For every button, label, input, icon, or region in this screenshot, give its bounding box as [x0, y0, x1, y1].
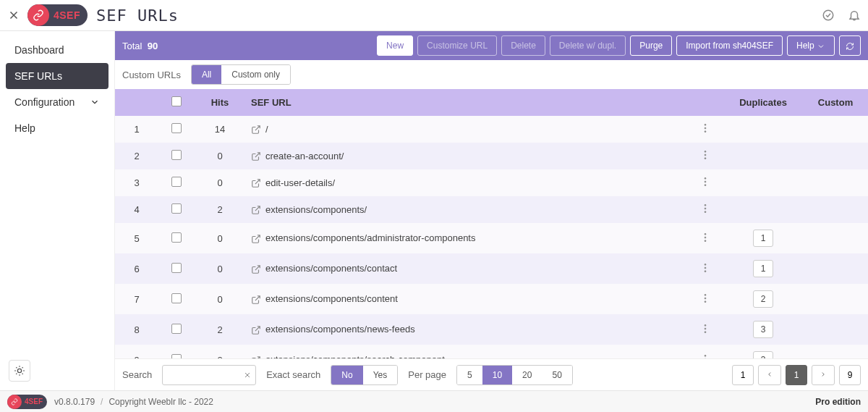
- page-prev[interactable]: [758, 365, 781, 385]
- filter-all[interactable]: All: [192, 65, 221, 84]
- row-hits: 0: [195, 143, 245, 169]
- row-menu-icon[interactable]: [699, 176, 711, 188]
- table-row[interactable]: 30edit-user-details/: [115, 169, 868, 196]
- row-index: 8: [115, 314, 158, 345]
- row-index: 9: [115, 345, 158, 358]
- duplicate-badge[interactable]: 3: [753, 351, 773, 358]
- row-menu-icon[interactable]: [699, 262, 711, 274]
- svg-point-2: [705, 124, 706, 125]
- table-footer: Search Exact search No Yes Per page 5102…: [115, 358, 868, 390]
- exact-yes[interactable]: Yes: [363, 366, 398, 384]
- page-last[interactable]: 9: [839, 365, 861, 385]
- row-url[interactable]: edit-user-details/: [245, 169, 687, 196]
- per-page-20[interactable]: 20: [512, 366, 542, 384]
- row-url[interactable]: extensions/components/: [245, 196, 687, 223]
- svg-point-26: [705, 355, 706, 356]
- row-url[interactable]: create-an-account/: [245, 143, 687, 169]
- theme-toggle-button[interactable]: [9, 360, 30, 382]
- row-checkbox[interactable]: [171, 150, 182, 160]
- col-sef-url[interactable]: SEF URL: [245, 89, 687, 116]
- row-url[interactable]: extensions/components/news-feeds: [245, 314, 687, 345]
- duplicate-badge[interactable]: 1: [753, 230, 773, 247]
- row-menu-icon[interactable]: [699, 232, 711, 243]
- import-button[interactable]: Import from sh404SEF: [676, 35, 783, 56]
- row-menu-icon[interactable]: [699, 323, 711, 335]
- external-link-icon: [251, 151, 261, 161]
- row-checkbox[interactable]: [171, 263, 182, 273]
- row-checkbox[interactable]: [171, 123, 182, 133]
- row-checkbox[interactable]: [171, 324, 182, 334]
- row-menu-icon[interactable]: [699, 149, 711, 161]
- svg-point-10: [705, 185, 706, 186]
- row-menu-icon[interactable]: [699, 203, 711, 214]
- sidebar: Dashboard SEF URLs Configuration Help: [0, 31, 115, 390]
- row-url[interactable]: extensions/components/contact: [245, 253, 687, 284]
- total-count: Total 90: [122, 41, 158, 51]
- row-hits: 0: [195, 223, 245, 253]
- row-checkbox[interactable]: [171, 177, 182, 187]
- duplicate-badge[interactable]: 1: [753, 260, 773, 277]
- row-checkbox[interactable]: [171, 203, 182, 214]
- table-row[interactable]: 60extensions/components/contact1: [115, 253, 868, 284]
- refresh-button[interactable]: [839, 35, 861, 56]
- row-checkbox[interactable]: [171, 293, 182, 303]
- per-page-50[interactable]: 50: [542, 366, 571, 384]
- purge-button[interactable]: Purge: [630, 35, 672, 56]
- customize-url-button[interactable]: Customize URL: [417, 35, 497, 56]
- sidebar-item-help[interactable]: Help: [6, 115, 109, 141]
- sidebar-item-configuration[interactable]: Configuration: [6, 89, 109, 115]
- svg-point-25: [705, 331, 706, 332]
- sidebar-item-dashboard[interactable]: Dashboard: [6, 37, 109, 63]
- col-hits[interactable]: Hits: [195, 89, 245, 116]
- table-row[interactable]: 20create-an-account/: [115, 143, 868, 169]
- duplicate-badge[interactable]: 3: [753, 321, 773, 338]
- row-index: 5: [115, 223, 158, 253]
- row-url[interactable]: /: [245, 116, 687, 143]
- col-duplicates[interactable]: Duplicates: [723, 89, 803, 116]
- page-current[interactable]: 1: [786, 365, 807, 385]
- table-row[interactable]: 114/: [115, 116, 868, 143]
- row-url[interactable]: extensions/components/content: [245, 284, 687, 314]
- table-row[interactable]: 82extensions/components/news-feeds3: [115, 314, 868, 345]
- col-custom[interactable]: Custom: [803, 89, 868, 116]
- per-page-5[interactable]: 5: [457, 366, 482, 384]
- toolbar: Total 90 New Customize URL Delete Delete…: [115, 31, 868, 60]
- close-icon[interactable]: [7, 9, 20, 22]
- svg-point-6: [705, 154, 706, 156]
- search-input[interactable]: [162, 365, 256, 385]
- delete-with-dupl-button[interactable]: Delete w/ dupl.: [550, 35, 626, 56]
- table-row[interactable]: 42extensions/components/: [115, 196, 868, 223]
- page-first[interactable]: 1: [732, 365, 754, 385]
- row-menu-icon[interactable]: [699, 293, 711, 304]
- row-hits: 2: [195, 314, 245, 345]
- refresh-icon: [846, 42, 854, 51]
- row-hits: 14: [195, 116, 245, 143]
- help-button[interactable]: Help: [787, 35, 835, 56]
- table-row[interactable]: 92extensions/components/search-component…: [115, 345, 868, 358]
- sidebar-item-sef-urls[interactable]: SEF URLs: [6, 63, 109, 89]
- checkmark-circle-icon[interactable]: [822, 9, 835, 22]
- select-all-checkbox[interactable]: [171, 96, 182, 106]
- delete-button[interactable]: Delete: [501, 35, 545, 56]
- row-url[interactable]: extensions/components/administrator-comp…: [245, 223, 687, 253]
- per-page-10[interactable]: 10: [482, 366, 512, 384]
- page-next[interactable]: [812, 365, 835, 385]
- external-link-icon: [251, 178, 261, 188]
- new-button[interactable]: New: [377, 35, 413, 56]
- filter-label: Custom URLs: [122, 70, 181, 80]
- row-menu-icon[interactable]: [699, 353, 711, 359]
- custom-filter-segment: All Custom only: [191, 64, 291, 85]
- clear-search-icon[interactable]: [243, 371, 252, 379]
- table-row[interactable]: 50extensions/components/administrator-co…: [115, 223, 868, 253]
- row-url[interactable]: extensions/components/search-component: [245, 345, 687, 358]
- duplicate-badge[interactable]: 2: [753, 290, 773, 308]
- filter-bar: Custom URLs All Custom only: [115, 60, 868, 89]
- bell-icon[interactable]: [848, 9, 861, 22]
- table-row[interactable]: 70extensions/components/content2: [115, 284, 868, 314]
- filter-custom-only[interactable]: Custom only: [221, 65, 290, 84]
- exact-no[interactable]: No: [331, 366, 362, 384]
- svg-point-20: [705, 294, 706, 295]
- row-checkbox[interactable]: [171, 232, 182, 243]
- row-menu-icon[interactable]: [699, 122, 711, 134]
- row-hits: 0: [195, 253, 245, 284]
